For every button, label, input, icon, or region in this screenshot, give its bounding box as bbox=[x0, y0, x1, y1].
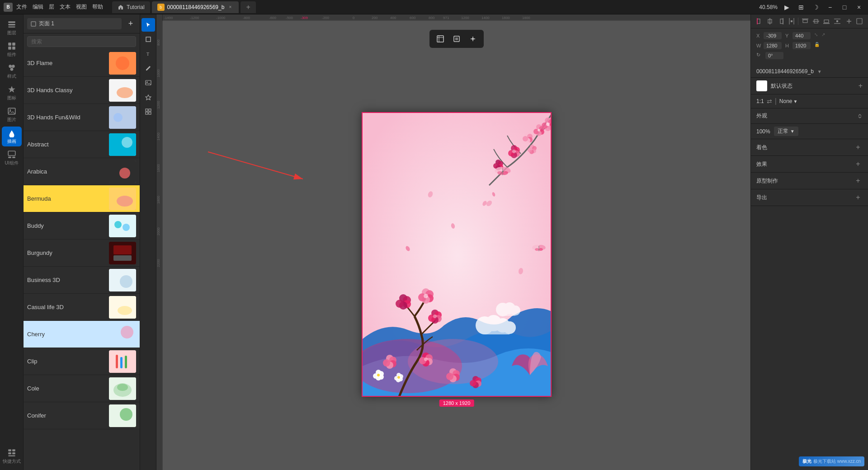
list-item-cole[interactable]: Cole bbox=[24, 375, 140, 402]
appearance-section-header[interactable]: 外观 bbox=[751, 108, 868, 124]
sidebar-item-styles[interactable]: 样式 bbox=[2, 61, 22, 81]
sidebar-item-layers[interactable]: 图层 bbox=[2, 18, 22, 38]
list-item-3dhands[interactable]: 3D Hands Classy bbox=[24, 77, 140, 104]
list-item-buddy[interactable]: Buddy bbox=[24, 212, 140, 240]
svg-point-165 bbox=[396, 300, 404, 308]
tab-add[interactable]: + bbox=[241, 1, 255, 13]
svg-text:-309: -309 bbox=[301, 16, 308, 20]
filename-chevron[interactable]: ▼ bbox=[817, 69, 822, 74]
menu-view[interactable]: 视图 bbox=[76, 3, 87, 11]
svg-text:200: 200 bbox=[372, 16, 378, 20]
color-section-header[interactable]: 着色 + bbox=[751, 139, 868, 156]
thumb-buddy bbox=[109, 215, 136, 237]
zoom-level[interactable]: 40.58% bbox=[759, 4, 778, 10]
rotation-value[interactable]: 0° bbox=[765, 52, 783, 59]
align-extra-2[interactable] bbox=[854, 16, 864, 26]
ratio-none-select[interactable]: None ▼ bbox=[779, 98, 798, 104]
space-h-btn[interactable] bbox=[787, 16, 797, 26]
svg-point-34 bbox=[114, 221, 122, 228]
sidebar-item-components[interactable]: 组件 bbox=[2, 40, 22, 60]
sidebar-item-icons[interactable]: 图标 bbox=[2, 83, 22, 103]
effect-add-btn[interactable]: + bbox=[854, 160, 863, 169]
menu-layer[interactable]: 层 bbox=[49, 3, 54, 11]
sidebar-item-illustration[interactable]: 插画 bbox=[2, 127, 22, 146]
color-add-btn[interactable]: + bbox=[854, 143, 863, 152]
canvas-tool-1[interactable] bbox=[433, 32, 448, 46]
dark-mode-btn[interactable]: ☽ bbox=[810, 2, 821, 13]
menu-edit[interactable]: 编辑 bbox=[33, 3, 43, 11]
sidebar-item-ui[interactable]: UI组件 bbox=[2, 148, 22, 168]
y-coord[interactable]: 440 bbox=[793, 32, 811, 39]
list-item-clip[interactable]: Clip bbox=[24, 348, 140, 375]
export-section-header[interactable]: 导出 + bbox=[751, 189, 868, 206]
effect-section-header[interactable]: 效果 + bbox=[751, 156, 868, 173]
list-item-casuallife3d[interactable]: Casual life 3D bbox=[24, 294, 140, 321]
appearance-content: 100% 正常 ▼ bbox=[751, 124, 868, 139]
filename-label: 00008118446926569_b bbox=[756, 68, 814, 75]
export-add-btn[interactable]: + bbox=[854, 193, 863, 202]
list-item-3dflame[interactable]: 3D Flame bbox=[24, 50, 140, 77]
prototype-add-btn[interactable]: + bbox=[854, 176, 863, 185]
w-coord[interactable]: 1280 bbox=[764, 42, 782, 49]
svg-point-93 bbox=[472, 38, 474, 40]
canvas-tool-3[interactable] bbox=[466, 32, 480, 46]
canvas-toolbar bbox=[429, 30, 484, 48]
list-item-burgundy[interactable]: Burgundy bbox=[24, 240, 140, 267]
tab-close-btn[interactable]: × bbox=[227, 4, 233, 10]
add-page-btn[interactable]: + bbox=[125, 19, 136, 29]
list-item-arabica[interactable]: Arabica bbox=[24, 158, 140, 185]
opacity-value[interactable]: 100% bbox=[756, 128, 770, 135]
list-item-bermuda[interactable]: Bermuda bbox=[24, 185, 140, 212]
align-extra-1[interactable] bbox=[844, 16, 854, 26]
canvas-tool-2[interactable] bbox=[449, 32, 464, 46]
sidebar-item-images[interactable]: 图片 bbox=[2, 105, 22, 125]
maximize-btn[interactable]: □ bbox=[839, 2, 850, 13]
close-btn[interactable]: × bbox=[854, 2, 864, 13]
tool-image[interactable] bbox=[142, 76, 155, 89]
lock-ratio-icon[interactable]: 🔓 bbox=[814, 42, 820, 49]
sidebar-item-shortcuts[interactable]: 快捷方式 bbox=[2, 446, 22, 466]
menu-help[interactable]: 帮助 bbox=[92, 3, 103, 11]
svg-rect-90 bbox=[437, 36, 443, 42]
menu-file[interactable]: 文件 bbox=[16, 3, 27, 11]
state-add-btn[interactable]: + bbox=[859, 82, 863, 90]
left-panel: 页面 1 + 3D Flame 3D Hands Classy 3D Hands… bbox=[24, 14, 140, 470]
page-selector[interactable]: 页面 1 bbox=[27, 18, 122, 29]
space-v-btn[interactable] bbox=[832, 16, 842, 26]
tool-pen[interactable] bbox=[142, 61, 155, 75]
play-btn[interactable]: ▶ bbox=[781, 2, 792, 13]
list-item-conifer[interactable]: Conifer bbox=[24, 402, 140, 429]
ratio-arrows-btn[interactable]: ⇄ bbox=[767, 98, 772, 105]
align-right-btn[interactable] bbox=[776, 16, 786, 26]
prototype-section-header[interactable]: 原型制作 + bbox=[751, 173, 868, 189]
list-item-cherry[interactable]: Cherry bbox=[24, 321, 140, 348]
ratio-row: 1:1 ⇄ | None ▼ bbox=[751, 94, 868, 108]
svg-text:1200: 1200 bbox=[461, 16, 469, 20]
h-coord[interactable]: 1920 bbox=[793, 42, 811, 49]
canvas-area[interactable]: 1280 x 1920 bbox=[163, 21, 750, 470]
list-item-3dhands2[interactable]: 3D Hands Fun&Wild bbox=[24, 104, 140, 131]
list-item-business3d[interactable]: Business 3D bbox=[24, 267, 140, 294]
tool-grid[interactable] bbox=[142, 105, 155, 118]
tool-shape[interactable] bbox=[142, 90, 155, 104]
x-coord[interactable]: -309 bbox=[764, 32, 782, 39]
tool-text[interactable]: T bbox=[142, 47, 155, 61]
minimize-btn[interactable]: − bbox=[825, 2, 835, 13]
align-top-btn[interactable] bbox=[800, 16, 810, 26]
align-center-h-btn[interactable] bbox=[765, 16, 775, 26]
align-left-btn[interactable] bbox=[755, 16, 764, 26]
thumb-casuallife bbox=[109, 296, 136, 319]
list-item-abstract[interactable]: Abstract bbox=[24, 131, 140, 158]
svg-text:600: 600 bbox=[410, 16, 416, 20]
svg-point-170 bbox=[383, 359, 390, 367]
tool-cursor[interactable] bbox=[142, 18, 155, 32]
align-bottom-btn[interactable] bbox=[822, 16, 832, 26]
tab-tutorial[interactable]: Tutorial bbox=[112, 1, 150, 13]
align-middle-v-btn[interactable] bbox=[811, 16, 821, 26]
search-input[interactable] bbox=[27, 36, 136, 47]
menu-text[interactable]: 文本 bbox=[60, 3, 71, 11]
grid-toggle-btn[interactable]: ⊞ bbox=[796, 2, 807, 13]
blend-mode-select[interactable]: 正常 ▼ bbox=[774, 127, 798, 136]
tab-active-file[interactable]: b 00008118446926569_b × bbox=[152, 1, 239, 13]
tool-rect[interactable] bbox=[142, 33, 155, 46]
